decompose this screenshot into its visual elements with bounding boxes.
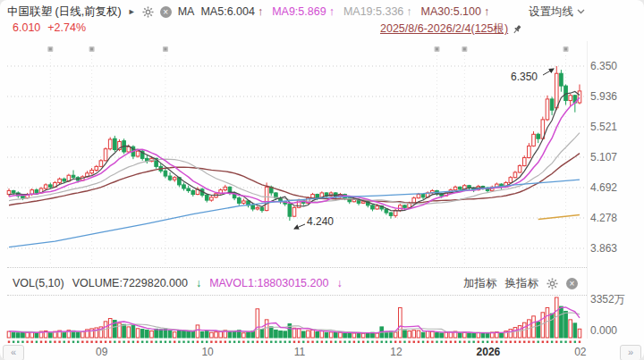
volume-bar[interactable] [49,332,53,338]
volume-bar[interactable] [376,333,379,338]
candle[interactable] [173,178,176,180]
volume-bar[interactable] [269,327,273,338]
volume-bar[interactable] [178,330,182,338]
volume-bar[interactable] [541,313,545,338]
candle[interactable] [224,187,227,189]
candle[interactable] [453,187,457,189]
volume-close-icon[interactable]: × [566,278,578,289]
candle[interactable] [537,134,540,138]
volume-bar[interactable] [569,320,572,338]
volume-bar[interactable] [200,332,204,338]
candle[interactable] [560,73,564,86]
volume-bar[interactable] [560,306,564,338]
candle[interactable] [260,207,264,210]
candle[interactable] [237,198,241,204]
volume-bar[interactable] [16,333,20,338]
expand-title-icon[interactable]: ► [128,7,136,16]
close-indicator-icon[interactable]: × [160,6,172,18]
volume-bar[interactable] [537,322,540,338]
candle[interactable] [371,205,375,209]
volume-bar[interactable] [279,331,283,338]
volume-bar[interactable] [334,332,337,338]
volume-bar[interactable] [205,331,208,338]
volume-bar[interactable] [12,332,15,338]
candle[interactable] [191,190,195,194]
volume-bar[interactable] [260,330,264,338]
volume-bar[interactable] [196,325,199,338]
candle[interactable] [12,190,15,192]
candle[interactable] [458,187,462,188]
candle[interactable] [63,179,66,180]
volume-bar[interactable] [159,330,163,338]
volume-bar[interactable] [343,333,347,338]
volume-bar[interactable] [173,332,176,338]
candle[interactable] [376,206,379,209]
volume-bar[interactable] [140,330,144,338]
volume-bar[interactable] [35,333,38,338]
candle[interactable] [136,151,140,156]
volume-bar[interactable] [307,331,310,338]
volume-bar[interactable] [348,332,352,338]
candle[interactable] [242,201,246,203]
volume-bar[interactable] [187,331,191,338]
volume-bar[interactable] [215,332,218,338]
candle[interactable] [578,91,581,103]
ma-settings-button[interactable]: 设置均线 [529,4,585,20]
candle[interactable] [164,171,167,176]
candle[interactable] [35,190,38,193]
volume-bar[interactable] [182,331,186,338]
volume-bar[interactable] [513,328,517,338]
candle[interactable] [361,202,365,204]
volume-bar[interactable] [357,333,360,338]
volume-bar[interactable] [408,331,411,338]
volume-bar[interactable] [431,331,435,338]
candle[interactable] [316,195,319,198]
candle[interactable] [7,190,11,194]
candle[interactable] [518,166,521,172]
volume-gear-icon[interactable] [547,278,558,289]
volume-bar[interactable] [578,329,581,338]
gear-icon[interactable] [142,6,154,18]
volume-bar[interactable] [509,330,513,338]
volume-bar[interactable] [146,330,149,338]
volume-bar[interactable] [546,307,549,338]
volume-bar[interactable] [361,333,365,338]
candle[interactable] [114,138,117,149]
volume-bar[interactable] [275,330,278,338]
candle[interactable] [108,139,112,149]
volume-bar[interactable] [399,307,402,338]
volume-bar[interactable] [518,326,521,338]
candle[interactable] [58,179,62,182]
volume-bar[interactable] [127,327,131,338]
volume-bar[interactable] [320,331,324,338]
candle[interactable] [417,195,420,198]
candle[interactable] [389,213,393,215]
candle[interactable] [421,195,425,197]
candle[interactable] [44,185,47,188]
volume-bar[interactable] [417,331,420,338]
volume-bar[interactable] [468,333,471,338]
volume-bar[interactable] [191,331,195,338]
candle[interactable] [288,204,292,216]
volume-bar[interactable] [219,331,223,338]
volume-bar[interactable] [339,332,343,338]
scroll-left-button[interactable]: « [3,345,24,360]
volume-bar[interactable] [311,330,315,338]
add-indicator-button[interactable]: 加指标 [463,276,497,291]
volume-bar[interactable] [550,314,554,338]
volume-bar[interactable] [297,329,301,338]
volume-bar[interactable] [463,332,467,338]
candle[interactable] [168,176,172,180]
candle[interactable] [509,178,513,183]
volume-bar[interactable] [150,331,154,338]
candle[interactable] [528,146,531,157]
candle[interactable] [292,207,296,216]
candle[interactable] [21,196,25,197]
candle[interactable] [182,185,186,188]
volume-bar[interactable] [233,331,236,338]
candle[interactable] [49,185,53,187]
volume-bar[interactable] [329,332,333,338]
candle[interactable] [513,172,517,178]
pin-icon[interactable] [512,24,522,35]
volume-bar[interactable] [256,309,259,338]
